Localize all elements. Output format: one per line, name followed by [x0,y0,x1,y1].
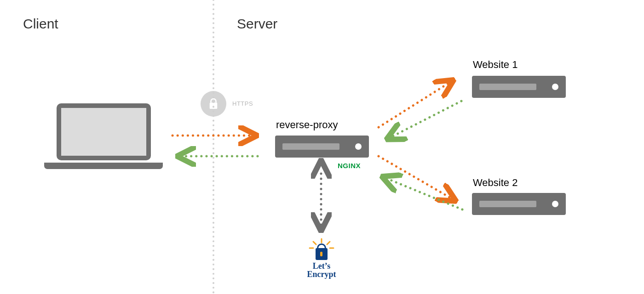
letsencrypt-line2: Encrypt [307,270,336,279]
server-section-label: Server [237,16,277,32]
letsencrypt-logo: Let’sEncrypt [296,238,347,278]
svg-line-2 [313,242,316,244]
reverse-proxy-server [275,136,369,158]
website1-label: Website 1 [473,59,518,71]
website2-server [472,193,566,215]
reverse-proxy-label: reverse-proxy [276,119,338,131]
https-lock-icon [201,91,226,117]
https-protocol-label: HTTPS [232,100,253,107]
arrow-proxy-to-website2 [379,156,453,199]
client-section-label: Client [23,16,58,32]
client-laptop [44,103,163,169]
arrow-website1-to-proxy [390,101,461,138]
svg-rect-0 [210,102,218,109]
website1-server [472,76,566,98]
website2-label: Website 2 [473,177,518,189]
letsencrypt-line1: Let’s [313,261,330,271]
nginx-label: NGINX [338,162,361,170]
arrow-website2-to-proxy [385,178,462,209]
arrow-proxy-to-website1 [379,82,451,127]
svg-line-3 [327,242,330,244]
